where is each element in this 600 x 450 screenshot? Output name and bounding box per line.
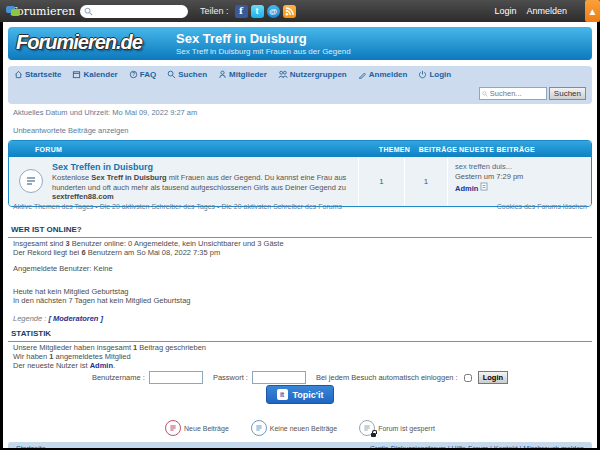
nav-item-login[interactable]: Login xyxy=(418,70,451,79)
last-post-link[interactable]: sex treffen duis... xyxy=(455,162,512,171)
registered-users-line: Angemeldete Benutzer: Keine xyxy=(13,264,587,273)
login-form: Benutzername : Passwort : Bei jedem Besu… xyxy=(3,371,597,384)
statistics-body: Unsere Mitglieder haben insgesamt 1 Beit… xyxy=(13,343,587,370)
topbar-right: Login Anmelden ▲ xyxy=(494,0,600,22)
social-icons: f t @ xyxy=(235,5,296,18)
footer-bar: Startseite Gratis-Diskussionsforum | Hil… xyxy=(8,442,592,448)
password-label: Passwort : xyxy=(213,373,248,382)
nav-links: Startseite Kalender ?FAQ Suchen Mitglied… xyxy=(8,66,592,79)
twitter-icon[interactable]: t xyxy=(251,5,264,18)
who-online-body: Insgesamt sind 3 Benutzer online: 0 Ange… xyxy=(13,239,587,323)
login-icon xyxy=(418,70,427,79)
quick-links-row: Aktive Themen des Tages • Die 20 aktivst… xyxy=(13,203,587,210)
search-submit-button[interactable]: Suchen xyxy=(549,87,586,100)
email-share-icon[interactable]: @ xyxy=(267,5,280,18)
topicit-wrap: it Topic'it xyxy=(3,385,597,404)
page-content: Forumieren.de Sex Treff in Duisburg Sex … xyxy=(3,22,597,448)
topicit-button[interactable]: it Topic'it xyxy=(266,385,335,404)
nav-item-anmelden[interactable]: Anmelden xyxy=(358,70,408,79)
col-forum: FORUM xyxy=(9,146,372,153)
lock-icon xyxy=(371,433,376,437)
login-button[interactable]: Login xyxy=(478,371,508,384)
legend-locked-forum: Forum ist gesperrt xyxy=(359,420,435,436)
facebook-icon[interactable]: f xyxy=(235,5,248,18)
nav-item-mitglieder[interactable]: Mitglieder xyxy=(218,70,267,79)
moderators-link[interactable]: [ Moderatoren ] xyxy=(48,314,103,323)
forum-row: Sex Treffen in Duisburg Kostenlose Sex T… xyxy=(9,157,591,206)
footer-home-link[interactable]: Startseite xyxy=(16,445,46,448)
active-topics-link[interactable]: Aktive Themen des Tages xyxy=(13,203,93,210)
topbar-login-link[interactable]: Login xyxy=(494,6,516,16)
who-online-heading: WER IST ONLINE? xyxy=(8,225,592,238)
topbar: Forumieren Teilen : f t @ Login Anmelden… xyxy=(0,0,600,22)
online-record: Der Rekord liegt bei 6 Benutzern am So M… xyxy=(13,248,587,257)
forum-search-form: Suchen xyxy=(479,87,586,100)
forum-description: Kostenlose Sex Treff in Duisburg mit Fra… xyxy=(52,173,346,201)
nav-item-startseite[interactable]: Startseite xyxy=(14,70,61,79)
forumieren-brand[interactable]: Forumieren xyxy=(6,5,72,18)
legend-line: Legende : [ Moderatoren ] xyxy=(13,314,587,323)
nav-item-kalender[interactable]: Kalender xyxy=(72,70,117,79)
top-posters-forum-link[interactable]: Die 20 aktivsten Schreiber des Forums xyxy=(221,203,342,210)
posts-count: 1 xyxy=(404,157,447,206)
forum-banner: Forumieren.de Sex Treff in Duisburg Sex … xyxy=(8,27,592,60)
svg-text:?: ? xyxy=(132,72,135,77)
top-posters-day-link[interactable]: Die 20 aktivsten Schreiber des Tages xyxy=(100,203,215,210)
birthday-week-line: In den nächsten 7 Tagen hat kein Mitglie… xyxy=(13,296,587,305)
share-label: Teilen : xyxy=(200,6,229,16)
nav-item-nutzergruppen[interactable]: Nutzergruppen xyxy=(278,70,347,79)
question-icon: ? xyxy=(129,70,138,79)
forum-info: Sex Treffen in Duisburg Kostenlose Sex T… xyxy=(52,157,358,206)
autologin-label: Bei jedem Besuch automatisch einloggen : xyxy=(316,373,458,382)
stat-newest-line: Der neueste Nutzer ist Admin. xyxy=(13,361,587,370)
footer-links[interactable]: Gratis-Diskussionsforum | Hilfe-Forum | … xyxy=(370,445,584,448)
nav-item-faq[interactable]: ?FAQ xyxy=(129,70,156,79)
forum-search-box[interactable] xyxy=(479,87,547,100)
col-beitraege: BEITRÄGE xyxy=(417,146,459,153)
forum-description-site: sextreffen88.com xyxy=(52,192,114,201)
topbar-search-input[interactable] xyxy=(93,6,177,17)
search-icon xyxy=(84,7,93,16)
nav-item-suchen[interactable]: Suchen xyxy=(167,70,207,79)
legend-no-new-posts: Keine neuen Beiträge xyxy=(251,420,337,436)
forum-table-header: FORUM THEMEN BEITRÄGE NEUESTE BEITRÄGE xyxy=(9,141,591,157)
stat-posts-line: Unsere Mitglieder haben insgesamt 1 Beit… xyxy=(13,343,587,352)
locked-forum-icon xyxy=(359,420,375,436)
post-legend: Neue Beiträge Keine neuen Beiträge Forum… xyxy=(3,420,597,436)
forumieren-de-logo[interactable]: Forumieren.de xyxy=(16,31,142,54)
usergroups-icon xyxy=(278,70,288,79)
last-post-time: Gestern um 7:29 pm xyxy=(455,172,523,181)
username-field[interactable] xyxy=(149,371,203,384)
nav-strip: Startseite Kalender ?FAQ Suchen Mitglied… xyxy=(8,66,592,104)
rss-icon[interactable] xyxy=(283,5,296,18)
search-icon xyxy=(167,70,176,79)
forum-status-icon xyxy=(19,169,43,193)
topbar-register-link[interactable]: Anmelden xyxy=(526,6,567,16)
quick-links-left: Aktive Themen des Tages • Die 20 aktivst… xyxy=(13,203,342,210)
legend-new-posts: Neue Beiträge xyxy=(165,420,229,436)
unanswered-posts-link[interactable]: Unbeantwortete Beiträge anzeigen xyxy=(13,126,129,135)
forum-table: FORUM THEMEN BEITRÄGE NEUESTE BEITRÄGE S… xyxy=(8,140,592,207)
last-post-cell: sex treffen duis... Gestern um 7:29 pm A… xyxy=(447,157,591,206)
col-themen: THEMEN xyxy=(372,146,417,153)
forum-link[interactable]: Sex Treffen in Duisburg xyxy=(52,162,352,172)
username-label: Benutzername : xyxy=(92,373,145,382)
online-summary: Insgesamt sind 3 Benutzer online: 0 Ange… xyxy=(13,239,587,248)
last-post-author-link[interactable]: Admin xyxy=(455,184,478,193)
no-new-posts-icon xyxy=(251,420,267,436)
goto-last-post-icon[interactable] xyxy=(480,182,488,191)
forum-search-input[interactable] xyxy=(488,88,544,99)
up-arrow-icon: ▲ xyxy=(588,6,598,17)
topicit-icon: it xyxy=(277,389,288,400)
forum-subtitle: Sex Treff in Duisburg mit Frauen aus der… xyxy=(176,47,351,56)
topbar-search-box[interactable] xyxy=(80,5,188,18)
birthday-today-line: Heute hat kein Mitglied Geburtstag xyxy=(13,287,587,296)
newest-user-link[interactable]: Admin xyxy=(90,361,113,370)
current-datetime: Aktuelles Datum und Uhrzeit: Mo Mai 09, … xyxy=(13,108,197,117)
delete-cookies-link[interactable]: Cookies des Forums löschen xyxy=(497,203,587,210)
password-field[interactable] xyxy=(252,371,306,384)
scroll-top-button[interactable]: ▲ xyxy=(585,0,600,22)
forum-title: Sex Treff in Duisburg xyxy=(176,31,307,46)
home-icon xyxy=(14,70,23,79)
autologin-checkbox[interactable] xyxy=(464,374,472,382)
